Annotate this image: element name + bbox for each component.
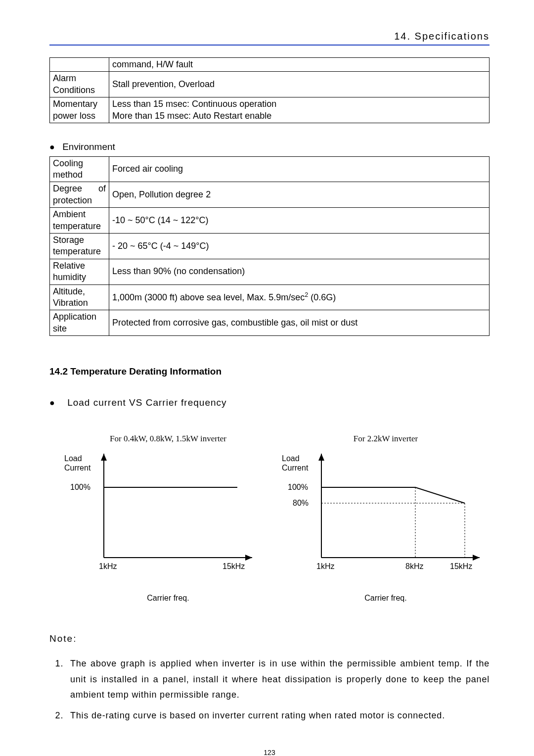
chart-ytick: 80% bbox=[293, 498, 309, 509]
section-14-2-heading: 14.2 Temperature Derating Information bbox=[49, 366, 490, 378]
cell-label: Storage temperature bbox=[50, 233, 109, 259]
list-item: The above graph is applied when inverter… bbox=[66, 656, 490, 703]
svg-marker-2 bbox=[101, 454, 107, 461]
chart-xtick: 1kHz bbox=[99, 562, 117, 572]
table-row: Relative humidity Less than 90% (no cond… bbox=[50, 259, 490, 284]
chart-ytick: 100% bbox=[70, 482, 90, 493]
table-row: Storage temperature - 20 ~ 65°C (-4 ~ 14… bbox=[50, 233, 490, 259]
chart-xtick: 15kHz bbox=[222, 562, 245, 572]
cell-label bbox=[50, 58, 109, 72]
table-row: Alarm Conditions Stall prevention, Overl… bbox=[50, 72, 490, 97]
table-row: command, H/W fault bbox=[50, 58, 490, 72]
sub-bullet: ● Load current VS Carrier frequency bbox=[49, 397, 490, 409]
table-row: Altitude, Vibration 1,000m (3000 ft) abo… bbox=[50, 284, 490, 310]
sub-bullet-text: Load current VS Carrier frequency bbox=[67, 397, 226, 408]
bullet-icon: ● bbox=[49, 142, 55, 152]
bullet-icon: ● bbox=[49, 398, 55, 408]
table-row: Cooling method Forced air cooling bbox=[50, 156, 490, 182]
cell-value: Less than 90% (no condensation) bbox=[109, 259, 490, 284]
header-rule bbox=[49, 45, 490, 46]
cell-value: Stall prevention, Overload bbox=[109, 72, 490, 97]
spec-table-env: Cooling method Forced air cooling Degree… bbox=[49, 156, 490, 336]
page-number: 123 bbox=[49, 748, 490, 756]
chart-xtick: 1kHz bbox=[316, 562, 334, 572]
chart-xlabel: Carrier freq. bbox=[282, 593, 490, 604]
cell-label: Relative humidity bbox=[50, 259, 109, 284]
chart-xtick: 8kHz bbox=[405, 562, 423, 572]
svg-marker-8 bbox=[473, 555, 480, 561]
cell-label: Degree of protection bbox=[50, 182, 109, 208]
env-heading-text: Environment bbox=[62, 142, 115, 152]
cell-label: Application site bbox=[50, 310, 109, 336]
cell-label: Altitude, Vibration bbox=[50, 284, 109, 310]
chart-xtick: 15kHz bbox=[450, 562, 472, 572]
table-row: Ambient temperature -10 ~ 50°C (14 ~ 122… bbox=[50, 208, 490, 234]
table-row: Degree of protection Open, Pollution deg… bbox=[50, 182, 490, 208]
cell-value: Forced air cooling bbox=[109, 156, 490, 182]
charts-container: For 0.4kW, 0.8kW, 1.5kW inverter LoadCur… bbox=[64, 433, 490, 603]
cell-label: Alarm Conditions bbox=[50, 72, 109, 97]
note-heading: Note: bbox=[49, 633, 490, 645]
cell-label: Ambient temperature bbox=[50, 208, 109, 234]
chart-ytick: 100% bbox=[288, 482, 308, 493]
chart-left: For 0.4kW, 0.8kW, 1.5kW inverter LoadCur… bbox=[64, 433, 272, 603]
chart-right: For 2.2kW inverter LoadCurrent 100% 80% bbox=[282, 433, 490, 603]
spec-table-1: command, H/W fault Alarm Conditions Stal… bbox=[49, 57, 490, 123]
cell-value: -10 ~ 50°C (14 ~ 122°C) bbox=[109, 208, 490, 234]
chart-title: For 2.2kW inverter bbox=[282, 433, 490, 444]
chart-ylabel: LoadCurrent bbox=[64, 454, 90, 472]
cell-label: Momentary power loss bbox=[50, 97, 109, 123]
chart-title: For 0.4kW, 0.8kW, 1.5kW inverter bbox=[64, 433, 272, 444]
svg-marker-3 bbox=[245, 555, 252, 561]
chapter-header: 14. Specifications bbox=[49, 30, 490, 43]
chart-svg bbox=[104, 454, 262, 567]
chart-xlabel: Carrier freq. bbox=[64, 593, 272, 604]
chart-svg bbox=[321, 454, 490, 567]
table-row: Momentary power loss Less than 15 msec: … bbox=[50, 97, 490, 123]
table-row: Application site Protected from corrosiv… bbox=[50, 310, 490, 336]
cell-value: command, H/W fault bbox=[109, 58, 490, 72]
env-heading: ● Environment bbox=[49, 141, 490, 153]
chart-ylabel: LoadCurrent bbox=[282, 454, 308, 472]
cell-value: Less than 15 msec: Continuous operation … bbox=[109, 97, 490, 123]
cell-value: Open, Pollution degree 2 bbox=[109, 182, 490, 208]
cell-value: - 20 ~ 65°C (-4 ~ 149°C) bbox=[109, 233, 490, 259]
svg-marker-7 bbox=[318, 454, 324, 461]
cell-value: 1,000m (3000 ft) above sea level, Max. 5… bbox=[109, 284, 490, 310]
notes-list: The above graph is applied when inverter… bbox=[66, 656, 490, 723]
cell-value: Protected from corrosive gas, combustibl… bbox=[109, 310, 490, 336]
cell-label: Cooling method bbox=[50, 156, 109, 182]
list-item: This de-rating curve is based on inverte… bbox=[66, 708, 490, 724]
